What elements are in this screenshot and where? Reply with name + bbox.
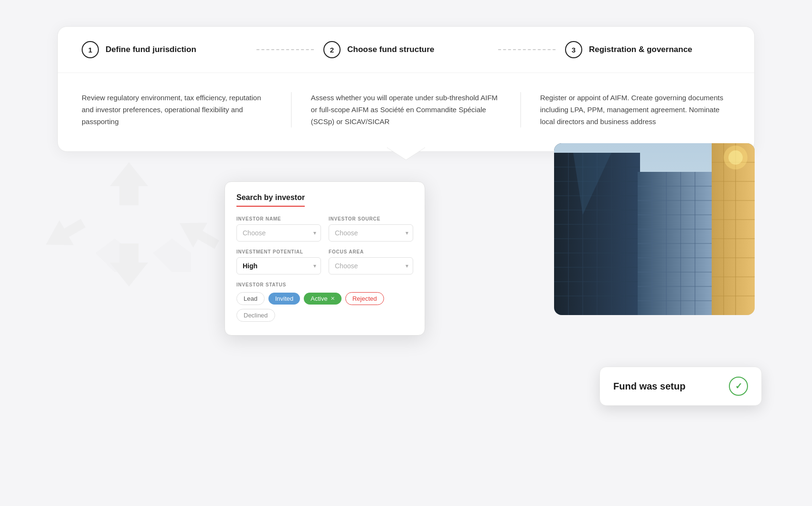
step-divider-1 — [256, 49, 314, 50]
status-badges: Lead Invited Active ✕ Rejected Declined — [236, 292, 413, 322]
form-row-2: INVESTMENT POTENTIAL High Medium Low ▾ F… — [236, 249, 413, 274]
step-2-label: Choose fund structure — [347, 45, 434, 54]
step-3: 3 Registration & governance — [565, 41, 730, 58]
step-3-description: Register or appoint of AIFM. Create gove… — [540, 92, 730, 127]
search-panel: Search by investor INVESTOR NAME Choose … — [224, 181, 425, 336]
investor-name-group: INVESTOR NAME Choose ▾ — [236, 216, 321, 242]
investor-name-select[interactable]: Choose — [236, 224, 321, 242]
step-3-number: 3 — [565, 41, 582, 58]
checkmark-icon: ✓ — [735, 381, 742, 391]
investor-status-group: INVESTOR STATUS Lead Invited Active ✕ Re… — [236, 282, 413, 322]
form-row-1: INVESTOR NAME Choose ▾ INVESTOR SOURCE C… — [236, 216, 413, 242]
step-1-description: Review regulatory environment, tax effic… — [82, 92, 272, 127]
step-1: 1 Define fund jurisdiction — [82, 41, 247, 58]
investor-name-wrapper[interactable]: Choose ▾ — [236, 224, 321, 242]
investment-potential-group: INVESTMENT POTENTIAL High Medium Low ▾ — [236, 249, 321, 274]
badge-lead[interactable]: Lead — [236, 292, 265, 305]
investment-potential-label: INVESTMENT POTENTIAL — [236, 249, 321, 254]
investor-source-group: INVESTOR SOURCE Choose ▾ — [329, 216, 413, 242]
focus-area-wrapper[interactable]: Choose ▾ — [329, 257, 413, 274]
investment-potential-wrapper[interactable]: High Medium Low ▾ — [236, 257, 321, 274]
step-1-number: 1 — [82, 41, 99, 58]
investor-source-select[interactable]: Choose — [329, 224, 413, 242]
active-close-icon: ✕ — [331, 295, 335, 302]
svg-point-44 — [728, 150, 743, 165]
investor-status-label: INVESTOR STATUS — [236, 282, 413, 287]
chevron-down — [387, 148, 425, 162]
step-1-content: Review regulatory environment, tax effic… — [82, 92, 291, 127]
focus-area-select[interactable]: Choose — [329, 257, 413, 274]
step-divider-2 — [498, 49, 556, 50]
stepper-body: Review regulatory environment, tax effic… — [58, 73, 754, 151]
badge-rejected[interactable]: Rejected — [345, 292, 384, 305]
stepper-header: 1 Define fund jurisdiction 2 Choose fund… — [58, 27, 754, 73]
step-2-content: Assess whether you will operate under su… — [292, 92, 520, 127]
investor-source-wrapper[interactable]: Choose ▾ — [329, 224, 413, 242]
building-image — [554, 143, 755, 315]
search-panel-title: Search by investor — [236, 193, 413, 216]
background-arrows — [38, 158, 229, 339]
step-1-label: Define fund jurisdiction — [106, 45, 196, 54]
investor-source-label: INVESTOR SOURCE — [329, 216, 413, 221]
badge-invited[interactable]: Invited — [268, 293, 300, 305]
step-2-number: 2 — [323, 41, 341, 58]
focus-area-group: FOCUS AREA Choose ▾ — [329, 249, 413, 274]
step-2: 2 Choose fund structure — [323, 41, 489, 58]
investor-name-label: INVESTOR NAME — [236, 216, 321, 221]
badge-active[interactable]: Active ✕ — [304, 293, 341, 305]
check-circle-icon: ✓ — [729, 377, 748, 396]
focus-area-label: FOCUS AREA — [329, 249, 413, 254]
investment-potential-select[interactable]: High Medium Low — [236, 257, 321, 274]
fund-notification-text: Fund was setup — [613, 381, 720, 392]
fund-notification: Fund was setup ✓ — [599, 367, 762, 406]
badge-declined[interactable]: Declined — [236, 309, 275, 322]
step-3-label: Registration & governance — [589, 45, 692, 54]
step-3-content: Register or appoint of AIFM. Create gove… — [521, 92, 730, 127]
stepper-card: 1 Define fund jurisdiction 2 Choose fund… — [57, 26, 755, 152]
building-panel — [554, 143, 755, 315]
step-2-description: Assess whether you will operate under su… — [311, 92, 501, 127]
